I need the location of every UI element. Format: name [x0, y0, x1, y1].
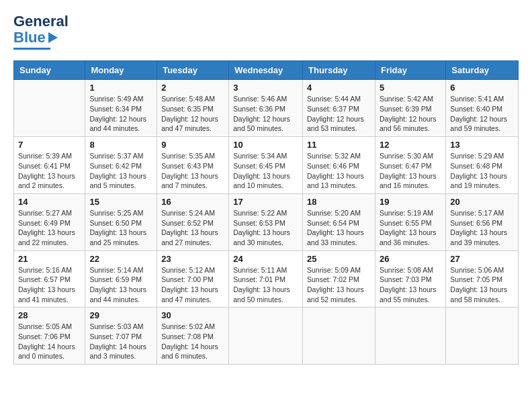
calendar-cell: 2Sunrise: 5:48 AMSunset: 6:35 PMDaylight…	[157, 80, 229, 137]
day-number: 25	[307, 254, 371, 264]
day-info: Sunrise: 5:17 AMSunset: 6:56 PMDaylight:…	[450, 208, 514, 248]
day-info: Sunrise: 5:03 AMSunset: 7:07 PMDaylight:…	[89, 322, 152, 361]
day-info: Sunrise: 5:20 AMSunset: 6:54 PMDaylight:…	[307, 208, 371, 248]
calendar-cell: 8Sunrise: 5:37 AMSunset: 6:42 PMDaylight…	[85, 137, 157, 194]
calendar-cell: 29Sunrise: 5:03 AMSunset: 7:07 PMDayligh…	[85, 308, 157, 365]
calendar-week-1: 1Sunrise: 5:49 AMSunset: 6:34 PMDaylight…	[14, 80, 519, 137]
calendar-header-tuesday: Tuesday	[157, 61, 229, 80]
day-info: Sunrise: 5:39 AMSunset: 6:41 PMDaylight:…	[18, 151, 81, 191]
day-number: 10	[233, 140, 298, 150]
day-info: Sunrise: 5:22 AMSunset: 6:53 PMDaylight:…	[233, 208, 298, 248]
day-number: 26	[380, 254, 441, 264]
calendar-cell: 6Sunrise: 5:41 AMSunset: 6:40 PMDaylight…	[446, 80, 519, 137]
day-number: 27	[450, 254, 514, 264]
day-number: 12	[380, 140, 441, 150]
day-number: 21	[18, 254, 81, 264]
calendar-cell: 18Sunrise: 5:20 AMSunset: 6:54 PMDayligh…	[303, 193, 375, 250]
day-number: 2	[161, 83, 224, 93]
calendar-header-saturday: Saturday	[446, 61, 519, 80]
day-info: Sunrise: 5:35 AMSunset: 6:43 PMDaylight:…	[161, 151, 224, 191]
calendar-cell: 9Sunrise: 5:35 AMSunset: 6:43 PMDaylight…	[157, 137, 229, 194]
calendar-cell: 15Sunrise: 5:25 AMSunset: 6:50 PMDayligh…	[85, 193, 157, 250]
day-info: Sunrise: 5:09 AMSunset: 7:02 PMDaylight:…	[307, 265, 371, 305]
day-info: Sunrise: 5:16 AMSunset: 6:57 PMDaylight:…	[18, 265, 81, 305]
day-number: 17	[233, 197, 298, 207]
day-number: 8	[89, 140, 152, 150]
day-number: 28	[18, 310, 81, 320]
day-number: 29	[89, 310, 152, 320]
calendar-header-sunday: Sunday	[14, 61, 85, 80]
calendar-cell	[375, 308, 445, 365]
page-header: General Blue	[13, 13, 519, 50]
day-info: Sunrise: 5:30 AMSunset: 6:47 PMDaylight:…	[380, 151, 441, 191]
day-number: 9	[161, 140, 224, 150]
day-number: 22	[89, 254, 152, 264]
day-info: Sunrise: 5:37 AMSunset: 6:42 PMDaylight:…	[89, 151, 152, 191]
day-info: Sunrise: 5:49 AMSunset: 6:34 PMDaylight:…	[89, 94, 152, 134]
calendar-cell: 24Sunrise: 5:11 AMSunset: 7:01 PMDayligh…	[229, 250, 303, 308]
day-info: Sunrise: 5:11 AMSunset: 7:01 PMDaylight:…	[233, 265, 298, 305]
calendar-cell: 22Sunrise: 5:14 AMSunset: 6:59 PMDayligh…	[85, 250, 157, 308]
calendar-cell: 1Sunrise: 5:49 AMSunset: 6:34 PMDaylight…	[85, 80, 157, 137]
day-number: 23	[161, 254, 224, 264]
logo-text-blue: Blue	[13, 30, 46, 46]
calendar-cell: 4Sunrise: 5:44 AMSunset: 6:37 PMDaylight…	[303, 80, 375, 137]
day-info: Sunrise: 5:32 AMSunset: 6:46 PMDaylight:…	[307, 151, 371, 191]
calendar-cell: 30Sunrise: 5:02 AMSunset: 7:08 PMDayligh…	[157, 308, 229, 365]
calendar-cell: 10Sunrise: 5:34 AMSunset: 6:45 PMDayligh…	[229, 137, 303, 194]
day-info: Sunrise: 5:08 AMSunset: 7:03 PMDaylight:…	[380, 265, 441, 305]
calendar-cell: 13Sunrise: 5:29 AMSunset: 6:48 PMDayligh…	[446, 137, 519, 194]
calendar-week-3: 14Sunrise: 5:27 AMSunset: 6:49 PMDayligh…	[14, 193, 519, 250]
day-number: 19	[380, 197, 441, 207]
day-number: 11	[307, 140, 371, 150]
logo-text-general: General	[13, 13, 69, 30]
calendar-cell: 7Sunrise: 5:39 AMSunset: 6:41 PMDaylight…	[14, 137, 85, 194]
calendar-header-monday: Monday	[85, 61, 157, 80]
day-info: Sunrise: 5:14 AMSunset: 6:59 PMDaylight:…	[89, 265, 152, 305]
logo: General Blue	[13, 13, 69, 50]
day-info: Sunrise: 5:05 AMSunset: 7:06 PMDaylight:…	[18, 322, 81, 361]
day-info: Sunrise: 5:41 AMSunset: 6:40 PMDaylight:…	[450, 94, 514, 134]
day-number: 7	[18, 140, 81, 150]
logo-arrow-icon	[48, 32, 58, 43]
calendar-header-thursday: Thursday	[303, 61, 375, 80]
calendar-cell	[229, 308, 303, 365]
day-number: 18	[307, 197, 371, 207]
calendar-week-4: 21Sunrise: 5:16 AMSunset: 6:57 PMDayligh…	[14, 250, 519, 308]
day-info: Sunrise: 5:06 AMSunset: 7:05 PMDaylight:…	[450, 265, 514, 305]
calendar-header-wednesday: Wednesday	[229, 61, 303, 80]
day-info: Sunrise: 5:42 AMSunset: 6:39 PMDaylight:…	[380, 94, 441, 134]
calendar-header-row: SundayMondayTuesdayWednesdayThursdayFrid…	[14, 61, 519, 80]
calendar-week-2: 7Sunrise: 5:39 AMSunset: 6:41 PMDaylight…	[14, 137, 519, 194]
calendar-cell: 27Sunrise: 5:06 AMSunset: 7:05 PMDayligh…	[446, 250, 519, 308]
day-info: Sunrise: 5:24 AMSunset: 6:52 PMDaylight:…	[161, 208, 224, 248]
calendar-week-5: 28Sunrise: 5:05 AMSunset: 7:06 PMDayligh…	[14, 308, 519, 365]
day-info: Sunrise: 5:44 AMSunset: 6:37 PMDaylight:…	[307, 94, 371, 134]
day-number: 30	[161, 310, 224, 320]
calendar-cell: 12Sunrise: 5:30 AMSunset: 6:47 PMDayligh…	[375, 137, 445, 194]
day-number: 1	[89, 83, 152, 93]
calendar-cell: 3Sunrise: 5:46 AMSunset: 6:36 PMDaylight…	[229, 80, 303, 137]
day-info: Sunrise: 5:19 AMSunset: 6:55 PMDaylight:…	[380, 208, 441, 248]
calendar-cell: 21Sunrise: 5:16 AMSunset: 6:57 PMDayligh…	[14, 250, 85, 308]
calendar-cell: 26Sunrise: 5:08 AMSunset: 7:03 PMDayligh…	[375, 250, 445, 308]
calendar-cell: 14Sunrise: 5:27 AMSunset: 6:49 PMDayligh…	[14, 193, 85, 250]
day-number: 14	[18, 197, 81, 207]
day-info: Sunrise: 5:27 AMSunset: 6:49 PMDaylight:…	[18, 208, 81, 248]
calendar-header-friday: Friday	[375, 61, 445, 80]
day-number: 16	[161, 197, 224, 207]
day-number: 3	[233, 83, 298, 93]
day-info: Sunrise: 5:29 AMSunset: 6:48 PMDaylight:…	[450, 151, 514, 191]
logo-underline	[13, 48, 50, 50]
day-info: Sunrise: 5:02 AMSunset: 7:08 PMDaylight:…	[161, 322, 224, 361]
day-number: 20	[450, 197, 514, 207]
day-number: 24	[233, 254, 298, 264]
calendar-cell	[446, 308, 519, 365]
calendar-cell	[14, 80, 85, 137]
day-info: Sunrise: 5:48 AMSunset: 6:35 PMDaylight:…	[161, 94, 224, 134]
day-number: 15	[89, 197, 152, 207]
calendar-cell: 16Sunrise: 5:24 AMSunset: 6:52 PMDayligh…	[157, 193, 229, 250]
calendar-cell	[303, 308, 375, 365]
day-info: Sunrise: 5:25 AMSunset: 6:50 PMDaylight:…	[89, 208, 152, 248]
day-number: 13	[450, 140, 514, 150]
